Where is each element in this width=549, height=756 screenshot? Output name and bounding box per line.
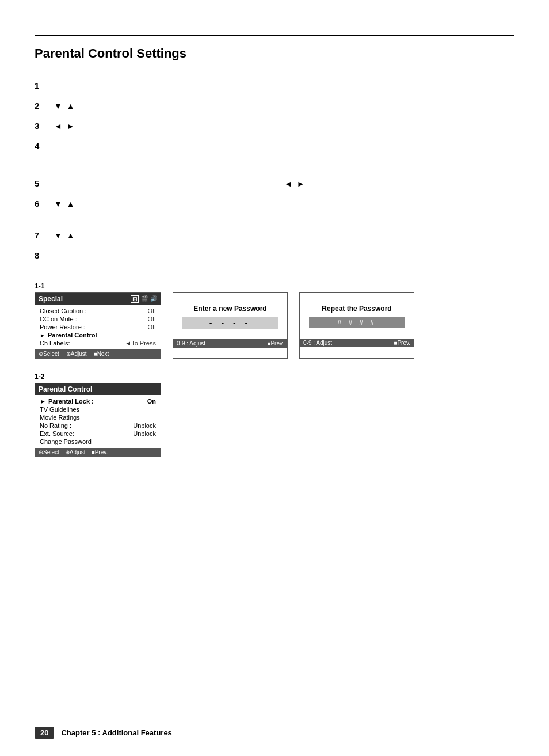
ch-labels-value: ◄To Press [125,340,156,347]
enter-password-inner: Enter a new Password - - - - [173,293,287,339]
parental-footer-prev: ■Prev. [92,449,108,455]
parental-item-change-password: Change Password [40,438,156,446]
parental-control-label: Parental Control [48,332,156,339]
enter-password-title: Enter a new Password [182,305,278,313]
step-5: 5 ◄ ► [35,178,307,188]
step-num-5: 5 [35,178,52,188]
parental-movie-label: Movie Ratings [40,414,80,421]
icon-film: 🎬 [141,295,148,303]
repeat-password-inner: Repeat the Password # # # # [300,293,414,339]
menu-item-power-restore: Power Restore : Off [40,323,156,331]
enter-pwd-prev: ■Prev. [267,340,284,347]
footer-adjust: ⊕Adjust [66,351,87,357]
menu-item-parental-control: ► Parental Control [40,331,156,339]
menu-item-closed-caption: Closed Caption : Off [40,307,156,315]
diagrams-section: 1-1 Special ⊞ 🎬 🔊 Closed Caption : Off C… [35,282,514,471]
step-8: 8 [35,250,307,260]
parental-lock-label: Parental Lock : [48,398,94,405]
step-6: 6 ▼ ▲ [35,199,307,208]
diagram-1-1-label: 1-1 [35,282,514,290]
step-3: 3 ◄ ► [35,121,307,131]
footer-select: ⊕Select [39,351,59,357]
cc-mute-label: CC on Mute : [40,316,146,322]
page-number: 20 [35,727,54,739]
special-menu: Special ⊞ 🎬 🔊 Closed Caption : Off CC on… [35,292,161,359]
parental-lock-value: On [147,398,156,405]
parental-menu: Parental Control ► Parental Lock : On TV… [35,383,161,457]
repeat-password-hash: # # # # [309,317,405,328]
parental-item-ext-source: Ext. Source: Unblock [40,430,156,438]
step-7-arrow-up: ▲ [67,231,75,240]
icon-grid: ⊞ [131,295,139,303]
step-7: 7 ▼ ▲ [35,230,307,240]
step-7-arrow-down: ▼ [54,231,62,240]
parental-menu-footer: ⊕Select ⊕Adjust ■Prev. [35,448,161,457]
step-1: 1 [35,81,307,90]
bottom-footer: 20 Chapter 5 : Additional Features [35,727,514,739]
parental-ext-value: Unblock [133,430,156,437]
special-menu-icons: ⊞ 🎬 🔊 [131,295,157,303]
parental-lock-arrow: ► [40,398,46,405]
menu-item-ch-labels: Ch Labels: ◄To Press [40,339,156,347]
diagram-1-2-row: Parental Control ► Parental Lock : On TV… [35,383,514,457]
parental-item-movie-ratings: Movie Ratings [40,413,156,421]
chapter-label: Chapter 5 : Additional Features [61,728,171,737]
diagram-1-1-row: Special ⊞ 🎬 🔊 Closed Caption : Off CC on… [35,292,514,359]
ch-labels-label: Ch Labels: [40,340,123,347]
step-num-1: 1 [35,81,52,90]
parental-change-pwd-label: Change Password [40,438,92,445]
step-num-3: 3 [35,121,52,131]
closed-caption-label: Closed Caption : [40,307,146,314]
repeat-pwd-prev: ■Prev. [394,340,410,346]
step-5-arrow-left: ◄ [284,179,292,188]
step-num-8: 8 [35,250,52,260]
steps-section: 1 2 ▼ ▲ 3 ◄ ► 4 5 ◄ ► 6 ▼ ▲ 7 ▼ ▲ [35,81,307,271]
step-6-arrow-down: ▼ [54,199,62,208]
power-restore-value: Off [148,324,156,330]
top-rule [35,35,514,36]
footer-next: ■Next [94,351,109,357]
special-menu-title: Special [39,295,63,303]
step-num-2: 2 [35,101,52,111]
parental-no-rating-label: No Rating : [40,422,71,429]
cc-mute-value: Off [148,316,156,322]
enter-password-dots: - - - - [182,317,278,329]
parental-item-tv-guidelines: TV Guidelines [40,405,156,413]
step-num-7: 7 [35,230,52,240]
repeat-password-title: Repeat the Password [309,305,405,313]
step-3-arrow-right: ► [67,121,75,131]
parental-footer-select: ⊕Select [39,449,59,455]
parental-item-lock: ► Parental Lock : On [40,397,156,405]
parental-item-no-rating: No Rating : Unblock [40,421,156,430]
repeat-password-footer: 0-9 : Adjust ■Prev. [300,339,414,347]
repeat-pwd-adjust: 0-9 : Adjust [303,340,332,346]
step-6-arrow-up: ▲ [67,199,75,208]
power-restore-label: Power Restore : [40,324,146,330]
step-2-arrow-up: ▲ [67,101,75,111]
enter-password-footer: 0-9 : Adjust ■Prev. [173,339,287,348]
enter-password-dialog: Enter a new Password - - - - 0-9 : Adjus… [173,292,288,359]
special-menu-body: Closed Caption : Off CC on Mute : Off Po… [35,305,161,349]
enter-pwd-adjust: 0-9 : Adjust [177,340,205,347]
parental-tv-label: TV Guidelines [40,406,79,413]
step-3-arrow-left: ◄ [54,121,62,131]
bottom-rule [35,721,514,721]
parental-menu-body: ► Parental Lock : On TV Guidelines Movie… [35,395,161,448]
parental-footer-adjust: ⊕Adjust [65,449,86,455]
repeat-password-dialog: Repeat the Password # # # # 0-9 : Adjust… [299,292,414,359]
parental-arrow: ► [40,332,45,339]
icon-sound: 🔊 [150,295,157,303]
step-4: 4 [35,141,307,151]
step-2-arrow-down: ▼ [54,101,62,111]
step-2: 2 ▼ ▲ [35,101,307,111]
parental-ext-label: Ext. Source: [40,430,74,437]
special-menu-footer: ⊕Select ⊕Adjust ■Next [35,349,161,358]
page-title: Parental Control Settings [35,46,186,61]
diagram-1-2-label: 1-2 [35,373,514,381]
parental-menu-header: Parental Control [35,383,161,395]
special-menu-header: Special ⊞ 🎬 🔊 [35,293,161,305]
step-num-4: 4 [35,141,52,151]
step-5-arrow-right: ► [297,179,305,188]
parental-no-rating-value: Unblock [133,422,156,429]
closed-caption-value: Off [148,307,156,314]
